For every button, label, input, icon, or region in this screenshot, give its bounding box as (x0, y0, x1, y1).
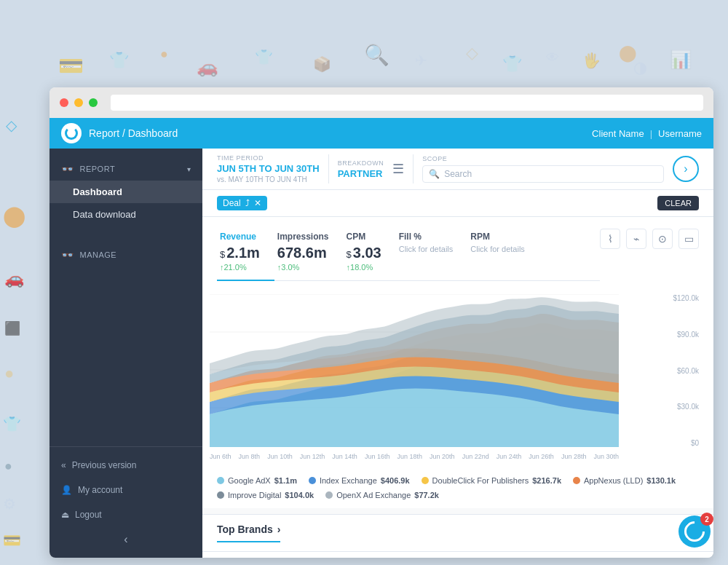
legend-value-google: $1.1m (274, 476, 297, 485)
chart-svg-container: Jun 6th Jun 8th Jun 10th Jun 12th Jun 14… (210, 294, 619, 463)
legend-label-appnexus: AppNexus (LLD) (584, 476, 643, 485)
tag-label: Deal (223, 198, 241, 208)
time-period-label: TIME PERIOD (217, 154, 320, 162)
svg-text:💳: 💳 (58, 54, 84, 78)
stat-value-cpm: $ 3.03 (347, 245, 381, 261)
nav-arrow-button[interactable]: › (673, 156, 699, 182)
svg-text:👕: 👕 (502, 54, 523, 74)
svg-text:🖐: 🖐 (582, 52, 601, 69)
list-icon[interactable]: ☰ (392, 161, 404, 177)
breakdown-filter: BREAKDOWN PARTNER (338, 159, 384, 179)
svg-text:◑: ◑ (633, 58, 647, 76)
revenue-currency: $ (220, 249, 225, 260)
x-label-4: Jun 14th (332, 453, 357, 460)
sidebar-item-dashboard[interactable]: Dashboard (50, 181, 202, 203)
legend-dot-google (217, 477, 224, 484)
floating-action-btn[interactable]: 2 (678, 515, 711, 548)
x-label-3: Jun 12th (300, 453, 325, 460)
top-brands-header[interactable]: Top Brands › (217, 523, 280, 542)
legend-openx: OpenX Ad Exchange $77.2k (325, 491, 439, 499)
side-deco-4: ⬛ (4, 320, 20, 336)
area-chart-btn[interactable]: ⌇ (600, 229, 620, 249)
svg-text:📊: 📊 (670, 49, 692, 70)
sidebar-my-account[interactable]: 👤 My account (50, 478, 202, 502)
filters-bar: TIME PERIOD JUN 5TH TO JUN 30TH vs. MAY … (202, 149, 713, 190)
search-input-container[interactable]: 🔍 Search (422, 165, 664, 183)
y-label-2: $60.0k (665, 367, 699, 375)
clock-btn[interactable]: ⊙ (652, 229, 673, 249)
legend-value-improve: $104.0k (285, 491, 314, 499)
clear-button[interactable]: CLEAR (657, 196, 699, 210)
maximize-dot[interactable] (89, 98, 98, 107)
stat-name-revenue: Revenue (220, 232, 260, 242)
legend-label-index: Index Exchange (320, 476, 377, 485)
header-right: Client Name | Username (592, 128, 702, 139)
breakdown-value[interactable]: PARTNER (338, 168, 384, 179)
legend-label-doubleclick: DoubleClick For Publishers (432, 476, 529, 485)
filter-divider-1 (328, 154, 329, 183)
legend-dot-doubleclick (422, 477, 429, 484)
legend-dot-improve (217, 491, 224, 499)
sidebar-item-data-download[interactable]: Data download (50, 203, 202, 226)
sidebar: 👓 REPORT ▾ Dashboard Data download 👓 MAN… (50, 149, 202, 558)
x-label-10: Jun 26th (529, 453, 554, 460)
sidebar-previous-version[interactable]: « Previous version (50, 453, 202, 478)
sidebar-bottom: « Previous version 👤 My account ⏏ Logout… (50, 446, 202, 558)
client-name: Client Name (592, 128, 644, 139)
stat-change-revenue: ↑21.0% (220, 263, 260, 272)
sidebar-report-header[interactable]: 👓 REPORT ▾ (50, 157, 202, 181)
sidebar-logout[interactable]: ⏏ Logout (50, 502, 202, 527)
filter-middle: ☰ (392, 161, 404, 177)
tag-close-icon[interactable]: ✕ (254, 198, 261, 208)
chart-svg (210, 294, 619, 447)
x-label-12: Jun 30th (593, 453, 619, 460)
main-content: TIME PERIOD JUN 5TH TO JUN 30TH vs. MAY … (202, 149, 713, 558)
x-label-5: Jun 16th (365, 453, 390, 460)
legend-label-improve: Improve Digital (228, 491, 281, 499)
background-decoration: 💳 👕 ● 🚗 👕 📦 🔍 ✈ ◇ 👕 👁 🖐 ⬤ ◑ 📊 ◇ ⬤ (0, 0, 728, 95)
tag-share-icon[interactable]: ⤴ (245, 198, 250, 208)
side-deco-9: 💳 (3, 532, 21, 549)
stat-value-impressions: 678.6m (277, 245, 329, 261)
chart-x-labels: Jun 6th Jun 8th Jun 10th Jun 12th Jun 14… (210, 450, 619, 463)
x-label-9: Jun 24th (496, 453, 522, 460)
time-period-value[interactable]: JUN 5TH TO JUN 30TH (217, 163, 320, 174)
legend-dot-index (309, 477, 316, 484)
line-chart-btn[interactable]: ⌁ (626, 229, 646, 249)
x-label-0: Jun 6th (210, 453, 232, 460)
svg-text:👁: 👁 (546, 50, 559, 65)
stats-section: Revenue $ 2.1m ↑21.0% Impressions 678.6m (202, 217, 713, 287)
account-icon: 👤 (61, 485, 72, 495)
legend-value-index: $406.9k (381, 476, 410, 485)
sidebar-manage-section: 👓 MANAGE (50, 234, 202, 275)
sidebar-collapse-btn[interactable]: ‹ (50, 527, 202, 552)
address-bar[interactable] (111, 95, 703, 111)
stat-tab-rpm[interactable]: RPM Click for details (467, 229, 539, 280)
legend-index: Index Exchange $406.9k (309, 476, 410, 485)
breakdown-label: BREAKDOWN (338, 159, 384, 167)
filter-divider-2 (413, 154, 414, 183)
stat-tab-fill[interactable]: Fill % Click for details (396, 229, 468, 280)
minimize-dot[interactable] (74, 98, 83, 107)
app-header: Report / Dashboard Client Name | Usernam… (50, 118, 713, 149)
filters-row: TIME PERIOD JUN 5TH TO JUN 30TH vs. MAY … (217, 154, 699, 183)
side-deco-1: ◇ (6, 116, 17, 134)
prev-icon: « (61, 460, 66, 470)
legend-value-appnexus: $130.1k (646, 476, 676, 485)
legend-google-adx: Google AdX $1.1m (217, 476, 297, 485)
svg-text:✈: ✈ (415, 52, 427, 68)
x-label-11: Jun 28th (561, 453, 587, 460)
x-label-6: Jun 18th (397, 453, 422, 460)
stat-tab-impressions[interactable]: Impressions 678.6m ↑3.0% (274, 229, 344, 280)
username: Username (658, 128, 702, 139)
side-deco-7: ● (4, 459, 12, 474)
monitor-btn[interactable]: ▭ (678, 229, 699, 249)
stat-tab-cpm[interactable]: CPM $ 3.03 ↑18.0% (344, 229, 396, 280)
legend-improve: Improve Digital $104.0k (217, 491, 314, 499)
close-dot[interactable] (60, 98, 68, 107)
stat-tab-revenue[interactable]: Revenue $ 2.1m ↑21.0% (217, 229, 274, 280)
sidebar-manage-header[interactable]: 👓 MANAGE (50, 243, 202, 266)
svg-text:👕: 👕 (109, 50, 130, 70)
top-brands-arrow: › (277, 523, 281, 535)
table-footer: REVENUE ▲ REV. COMP ÷ IMPRESSIONS ÷ CPM … (202, 551, 713, 558)
